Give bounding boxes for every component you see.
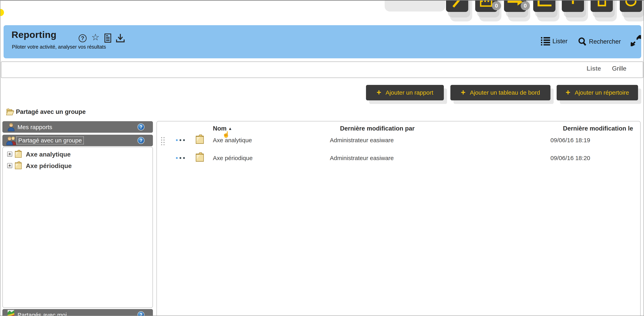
expand-plus-icon[interactable]: + (7, 152, 12, 157)
help-icon[interactable]: ? (79, 34, 86, 42)
row-actions-ellipsis-icon[interactable] (176, 139, 185, 141)
row-actions-ellipsis-icon[interactable] (176, 157, 185, 159)
lister-label: Lister (552, 38, 568, 45)
row-name: Axe périodique (213, 155, 252, 161)
forward-badge: 0 (521, 1, 530, 10)
brand-sun-icon (0, 9, 4, 16)
shared-chart-icon (8, 310, 14, 316)
add-directory-button[interactable]: + Ajouter un répertoire (556, 85, 638, 100)
view-grille-tab[interactable]: Grille (612, 65, 626, 72)
plus-icon: + (461, 89, 466, 95)
breadcrumb: Partagé avec un groupe (16, 108, 86, 115)
box-icon (598, 0, 606, 6)
topbar-clock-button[interactable] (620, 0, 642, 12)
reports-table: Nom▲ Dernière modification par Dernière … (156, 121, 640, 316)
sidebar-section-mes-rapports[interactable]: Mes rapports ? (2, 121, 153, 133)
plus-icon (572, 0, 574, 4)
download-icon[interactable] (116, 33, 125, 43)
lister-button[interactable]: Lister (541, 37, 568, 45)
sidebar-item-label: Mes rapports (18, 124, 52, 131)
sort-asc-icon: ▲ (228, 126, 232, 131)
open-folder-icon (6, 108, 15, 116)
add-report-label: Ajouter un rapport (386, 89, 433, 96)
column-header-modification-par[interactable]: Dernière modification par (296, 125, 459, 132)
row-modified-on: 09/06/16 18:19 (550, 137, 590, 144)
help-badge-icon[interactable]: ? (138, 311, 144, 316)
plus-icon: + (566, 89, 570, 95)
add-dashboard-label: Ajouter un tableau de bord (470, 89, 540, 96)
topbar-box-button[interactable] (590, 0, 613, 12)
calculator-badge: 0 (492, 1, 501, 10)
page-subtitle: Piloter votre activité, analyser vos rés… (12, 44, 106, 50)
favorite-star-icon[interactable]: ☆ (91, 33, 100, 41)
add-dashboard-button[interactable]: + Ajouter un tableau de bord (450, 85, 550, 100)
sidebar-section-partages-avec-moi[interactable]: Partagés avec moi ? (2, 309, 153, 316)
tree-item-label: Axe analytique (26, 151, 71, 158)
user-icon (7, 123, 15, 131)
help-badge-icon[interactable]: ? (138, 123, 144, 131)
expand-plus-icon[interactable]: + (7, 163, 12, 168)
topbar-calculator-button[interactable]: 0 (475, 0, 498, 12)
rechercher-button[interactable]: Rechercher (578, 37, 621, 46)
topbar-edit-button[interactable] (446, 0, 468, 12)
add-directory-label: Ajouter un répertoire (575, 89, 629, 96)
sidebar-item-label: Partagé avec un groupe (16, 136, 84, 144)
rechercher-label: Rechercher (589, 38, 621, 45)
tree-item-axe-periodique[interactable]: + Axe périodique (3, 160, 152, 171)
topbar-forward-button[interactable]: 0 (504, 0, 526, 12)
topbar-search-pill[interactable] (385, 0, 445, 11)
page-header: Reporting ? ☆ Piloter votre activité, an… (4, 25, 641, 58)
plus-icon: + (376, 89, 381, 95)
sidebar-section-partage-groupe[interactable]: Partagé avec un groupe ? (2, 135, 153, 146)
reporting-page: 0 0 Reporting ? ☆ (0, 0, 644, 316)
add-report-button[interactable]: + Ajouter un rapport (366, 85, 444, 100)
document-icon[interactable] (104, 33, 111, 43)
folder-icon (14, 161, 23, 169)
users-group-icon (6, 136, 17, 145)
page-title: Reporting (12, 29, 56, 40)
monitor-icon (538, 0, 552, 6)
sidebar-item-label: Partagés avec moi (18, 312, 67, 316)
drag-handle-icon[interactable] (160, 136, 165, 145)
row-modified-by: Administrateur easiware (330, 155, 394, 161)
view-liste-tab[interactable]: Liste (586, 65, 601, 72)
topbar-add-button[interactable] (562, 0, 584, 12)
help-badge-icon[interactable]: ? (138, 137, 144, 144)
row-modified-on: 09/06/16 18:20 (550, 155, 590, 161)
view-toolbar (1, 61, 643, 78)
row-name: Axe analytique (213, 137, 252, 144)
sidebar-tree-panel: + Axe analytique + Axe périodique (2, 147, 153, 308)
row-modified-by: Administrateur easiware (330, 137, 394, 144)
list-icon (541, 37, 550, 45)
topbar-monitor-button[interactable] (533, 0, 556, 12)
folder-icon (194, 152, 205, 162)
window-top-border (0, 0, 644, 0)
search-icon (578, 37, 586, 46)
column-header-modification-le[interactable]: Dernière modification le (563, 125, 633, 132)
folder-icon (194, 134, 205, 144)
tree-item-axe-analytique[interactable]: + Axe analytique (3, 148, 152, 160)
folder-icon (14, 150, 23, 158)
expand-icon[interactable] (631, 35, 641, 46)
tree-item-label: Axe périodique (26, 162, 72, 170)
